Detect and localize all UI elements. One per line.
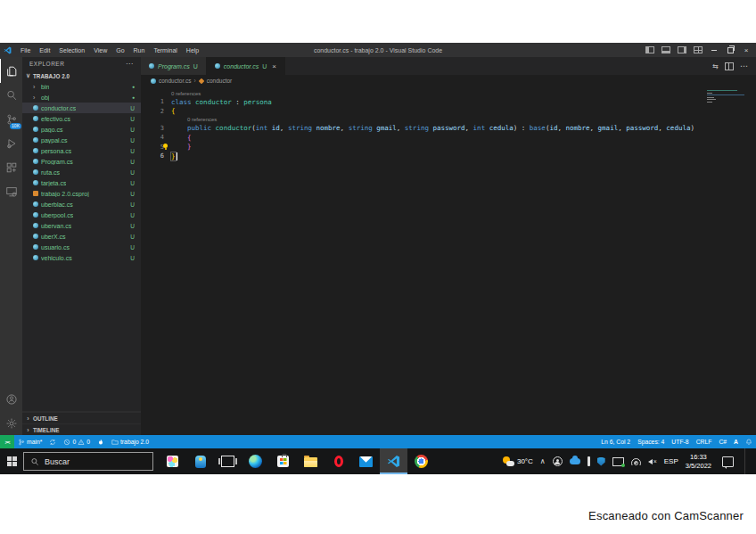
bell-icon[interactable] (742, 439, 756, 446)
project-root[interactable]: ∨ TRABAJO 2.0 (22, 70, 141, 81)
code-view[interactable]: 0 references1class conductor : persona2{… (141, 86, 756, 435)
tree-item-tarjeta-cs[interactable]: tarjeta.csU (22, 177, 141, 188)
remote-explorer-icon[interactable] (0, 179, 22, 203)
explorer-icon[interactable] (0, 59, 22, 83)
tree-item-conductor-cs[interactable]: conductor.csU (22, 103, 141, 113)
outline-section[interactable]: › OUTLINE (22, 412, 141, 423)
onedrive-tray-icon[interactable] (570, 458, 580, 464)
toggle-panel-icon[interactable] (662, 46, 670, 53)
extensions-icon[interactable] (0, 155, 22, 179)
code-line-4[interactable]: 4{ (141, 133, 756, 142)
code-line-1[interactable]: 1class conductor : persona (141, 97, 756, 106)
menu-terminal[interactable]: Terminal (149, 47, 181, 53)
tab-conductor-cs[interactable]: conductor.csU× (207, 57, 285, 75)
task-view-taskbar-button[interactable] (214, 448, 242, 474)
menu-edit[interactable]: Edit (35, 47, 54, 53)
edge-browser-taskbar-button[interactable] (242, 448, 269, 474)
notification-center-button[interactable] (719, 456, 734, 467)
cursor-position[interactable]: Ln 6, Col 2 (597, 439, 634, 445)
tree-item-efectivo-cs[interactable]: efectivo.csU (22, 113, 141, 124)
tree-item-uberblac-cs[interactable]: uberblac.csU (22, 199, 141, 209)
sync-icon[interactable] (45, 439, 60, 446)
toggle-sidebar-icon[interactable] (645, 46, 654, 53)
editor-more-actions-icon[interactable]: ⋯ (740, 62, 749, 70)
tree-item-vehiculo-cs[interactable]: vehiculo.csU (22, 252, 141, 263)
open-changes-icon[interactable]: ⇆ (712, 62, 719, 70)
weather-status[interactable]: 30°C (503, 456, 533, 466)
opera-browser-taskbar-button[interactable] (325, 448, 352, 474)
account-icon[interactable] (0, 387, 22, 411)
tree-item-Program-cs[interactable]: Program.csU (22, 156, 141, 167)
tree-item-paypal-cs[interactable]: paypal.csU (22, 135, 141, 145)
tree-item-usuario-cs[interactable]: usuario.csU (22, 242, 141, 252)
restore-button[interactable] (726, 45, 735, 54)
language-mode[interactable]: C# (715, 439, 730, 445)
run-debug-icon[interactable] (0, 131, 22, 155)
tab-Program-cs[interactable]: Program.csU (141, 57, 207, 75)
defender-tray-icon[interactable] (597, 457, 605, 466)
tree-item-pago-cs[interactable]: pago.csU (22, 124, 141, 135)
show-desktop-button[interactable] (744, 448, 749, 474)
colorful-app-taskbar-button[interactable] (186, 448, 214, 474)
customize-layout-icon[interactable] (694, 46, 703, 53)
chrome-browser-taskbar-button[interactable] (407, 448, 435, 474)
visual-studio-code-taskbar-button[interactable] (380, 448, 407, 474)
code-line-6[interactable]: 6} (141, 152, 756, 160)
menu-go[interactable]: Go (111, 47, 128, 53)
minimap[interactable] (707, 90, 752, 104)
menu-selection[interactable]: Selection (54, 47, 89, 53)
file-explorer-taskbar-button[interactable] (297, 448, 325, 474)
problems-status[interactable]: 0 0 (60, 439, 94, 446)
menu-view[interactable]: View (89, 47, 111, 53)
menu-file[interactable]: File (16, 47, 35, 53)
taskbar-search[interactable]: Buscar (23, 452, 153, 471)
close-tab-icon[interactable]: × (272, 62, 276, 70)
tree-item-ubervan-cs[interactable]: ubervan.csU (22, 220, 141, 231)
split-editor-icon[interactable] (725, 62, 734, 70)
display-tray-icon[interactable] (612, 457, 624, 466)
mail-taskbar-button[interactable] (352, 448, 380, 474)
close-button[interactable]: × (742, 45, 751, 54)
lightbulb-icon[interactable] (163, 144, 168, 148)
taskbar-clock[interactable]: 16:333/5/2022 (686, 453, 711, 470)
timeline-section[interactable]: › TIMELINE (22, 423, 141, 435)
menu-run[interactable]: Run (129, 47, 150, 53)
remote-indicator[interactable]: >< (0, 435, 14, 448)
breadcrumb-symbol[interactable]: conductor (207, 78, 233, 84)
breadcrumb-file[interactable]: conductor.cs (159, 78, 192, 84)
code-line-2[interactable]: 2{ (141, 106, 756, 115)
extension-status-icon[interactable]: A (730, 439, 742, 445)
search-icon[interactable] (0, 83, 22, 107)
tree-item-uberpool-cs[interactable]: uberpool.csU (22, 209, 141, 220)
branch-status[interactable]: main* (14, 439, 45, 446)
tree-item-obj[interactable]: ›obj● (22, 92, 141, 103)
encoding[interactable]: UTF-8 (668, 439, 692, 445)
wifi-tray-icon[interactable] (631, 458, 641, 465)
volume-muted-tray-icon[interactable]: × (648, 458, 657, 464)
start-button[interactable] (0, 448, 23, 474)
tree-item-ruta-cs[interactable]: ruta.csU (22, 167, 141, 177)
minimize-button[interactable] (710, 45, 719, 54)
indentation[interactable]: Spaces: 4 (634, 439, 668, 445)
folder-status[interactable]: trabajo 2.0 (108, 439, 152, 446)
codelens-references[interactable]: 0 references (171, 91, 201, 96)
colorful-app-taskbar-button[interactable] (159, 448, 186, 474)
usb-tray-icon[interactable] (588, 456, 590, 466)
explorer-more-actions-icon[interactable]: ⋯ (126, 60, 134, 68)
tree-item-bin[interactable]: ›bin● (22, 81, 141, 92)
source-control-icon[interactable]: 10K (0, 107, 22, 131)
person-tray-icon[interactable] (553, 456, 563, 466)
menu-help[interactable]: Help (182, 47, 203, 53)
microsoft-store-taskbar-button[interactable] (269, 448, 297, 474)
tree-item-trabajo-2-0-csproj[interactable]: trabajo 2.0.csprojU (22, 188, 141, 199)
tray-overflow-chevron[interactable]: ∧ (540, 457, 546, 465)
code-line-3[interactable]: 3public conductor(int id, string nombre,… (141, 124, 756, 133)
settings-gear-icon[interactable] (0, 411, 22, 435)
eol-sequence[interactable]: CRLF (693, 439, 716, 445)
code-line-5[interactable]: 5} (141, 143, 756, 152)
codelens-references[interactable]: 0 references (187, 117, 217, 122)
tree-item-persona-cs[interactable]: persona.csU (22, 145, 141, 156)
flame-icon[interactable] (94, 439, 108, 446)
tree-item-uberX-cs[interactable]: uberX.csU (22, 231, 141, 242)
toggle-secondary-sidebar-icon[interactable] (678, 46, 686, 53)
